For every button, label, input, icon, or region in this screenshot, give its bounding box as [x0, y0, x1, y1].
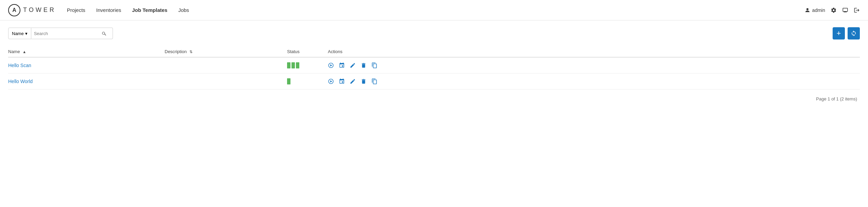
- row1-schedule-button[interactable]: [339, 62, 345, 68]
- status-bar-3: [296, 62, 299, 68]
- table-row: Hello World: [8, 74, 860, 90]
- name-header-label: Name: [8, 49, 20, 54]
- row1-status: [287, 62, 328, 68]
- pagination: Page 1 of 1 (2 items): [8, 96, 860, 101]
- pagination-text: Page 1 of 1 (2 items): [816, 96, 857, 101]
- row1-launch-button[interactable]: [328, 62, 334, 68]
- row1-delete-button[interactable]: [361, 62, 367, 68]
- row1-copy-button[interactable]: [371, 62, 378, 68]
- user-icon: [805, 7, 810, 13]
- nav-jobs[interactable]: Jobs: [178, 6, 189, 14]
- refresh-icon: [851, 30, 857, 36]
- nav-inventories[interactable]: Inventories: [96, 6, 121, 14]
- row1-actions: [328, 62, 860, 68]
- settings-icon[interactable]: [831, 7, 837, 13]
- chevron-down-icon: ▾: [25, 31, 28, 36]
- add-icon: +: [837, 29, 841, 38]
- row2-name: Hello World: [8, 79, 165, 84]
- user-label: admin: [812, 7, 825, 13]
- table-row: Hello Scan: [8, 58, 860, 74]
- search-icon[interactable]: [102, 31, 107, 36]
- row1-name-link[interactable]: Hello Scan: [8, 63, 31, 68]
- logo-letter: A: [12, 7, 16, 13]
- row1-name: Hello Scan: [8, 63, 165, 68]
- logo-text: TOWER: [23, 6, 56, 14]
- logo: A TOWER: [8, 4, 56, 16]
- nav-links: Projects Inventories Job Templates Jobs: [67, 6, 805, 14]
- row1-edit-button[interactable]: [350, 62, 356, 68]
- add-button[interactable]: +: [833, 27, 845, 39]
- col-status-header: Status: [287, 49, 328, 54]
- main-content: Name ▾ + Name ▲: [0, 20, 868, 108]
- col-actions-header: Actions: [328, 49, 860, 54]
- nav-projects[interactable]: Projects: [67, 6, 85, 14]
- row2-launch-button[interactable]: [328, 78, 334, 84]
- status-bar-single: [287, 78, 290, 84]
- logo-circle: A: [8, 4, 20, 16]
- row2-copy-button[interactable]: [371, 78, 378, 84]
- row2-actions: [328, 78, 860, 84]
- row2-edit-button[interactable]: [350, 78, 356, 84]
- sort-ascending-icon: ▲: [22, 50, 26, 54]
- job-templates-table: Name ▲ Description ⇅ Status Actions Hell…: [8, 46, 860, 90]
- monitor-icon[interactable]: [842, 7, 848, 13]
- filter-dropdown[interactable]: Name ▾: [8, 28, 31, 39]
- row2-status: [287, 78, 328, 84]
- row2-delete-button[interactable]: [361, 78, 367, 84]
- top-actions: +: [833, 27, 860, 39]
- nav-job-templates[interactable]: Job Templates: [132, 6, 167, 14]
- col-desc-header[interactable]: Description ⇅: [165, 49, 287, 54]
- actions-header-label: Actions: [328, 49, 343, 54]
- status-header-label: Status: [287, 49, 300, 54]
- table-header: Name ▲ Description ⇅ Status Actions: [8, 46, 860, 58]
- search-input[interactable]: [34, 31, 102, 36]
- status-bar-2: [291, 62, 295, 68]
- filter-label: Name: [12, 31, 24, 36]
- refresh-button[interactable]: [848, 27, 860, 39]
- navbar: A TOWER Projects Inventories Job Templat…: [0, 0, 868, 20]
- search-row: Name ▾ +: [8, 27, 860, 39]
- col-name-header[interactable]: Name ▲: [8, 49, 165, 54]
- nav-right: admin: [805, 7, 860, 13]
- logout-icon[interactable]: [854, 7, 860, 13]
- desc-header-label: Description: [165, 49, 187, 54]
- status-bar-1: [287, 62, 290, 68]
- sort-both-icon: ⇅: [189, 50, 193, 54]
- row2-name-link[interactable]: Hello World: [8, 79, 33, 84]
- nav-user: admin: [805, 7, 825, 13]
- search-input-wrap: [31, 28, 113, 39]
- row2-schedule-button[interactable]: [339, 78, 345, 84]
